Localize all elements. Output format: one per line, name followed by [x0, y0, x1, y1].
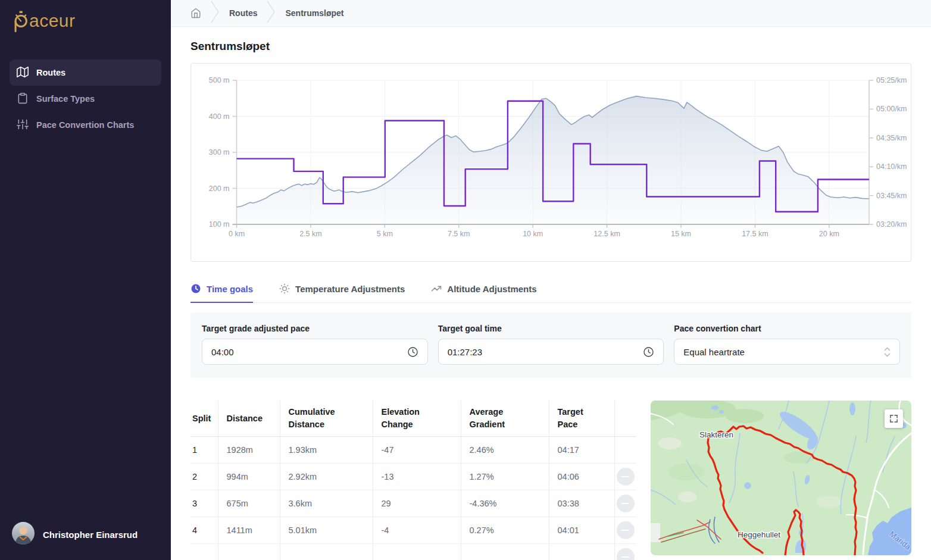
cell-gradient: 2.46%	[461, 437, 549, 464]
breadcrumb: Routes Sentrumsløpet	[171, 0, 931, 27]
cell-distance: 994m	[218, 464, 280, 490]
user-menu[interactable]: Christopher Einarsrud	[0, 511, 171, 560]
minus-icon	[621, 556, 629, 558]
minus-icon	[621, 530, 629, 531]
breadcrumb-separator-icon	[267, 0, 276, 27]
field-label: Pace convertion chart	[674, 324, 900, 333]
cell-distance: 1411m	[218, 517, 280, 544]
input-value: 04:00	[211, 347, 234, 357]
table-row: 4 1411m 5.01km -4 0.27% 04:01	[190, 517, 636, 544]
cell-gradient: -4.36%	[461, 490, 549, 517]
sidebar-item-label: Pace Convertion Charts	[36, 120, 134, 130]
svg-text:20 km: 20 km	[819, 230, 839, 238]
target-pace-input[interactable]: 04:00	[202, 339, 428, 365]
cell-pace: 03:38	[549, 490, 614, 517]
home-icon[interactable]	[190, 8, 201, 18]
select-value: Equal heartrate	[683, 347, 745, 357]
sidebar-item-pace-convertion-charts[interactable]: Pace Convertion Charts	[10, 112, 161, 138]
col-split: Split	[190, 401, 218, 437]
elevation-pace-chart: 0 km2.5 km5 km7.5 km10 km12.5 km15 km17.…	[190, 63, 911, 262]
cell-gradient: 1.27%	[461, 464, 549, 490]
cell-cumulative: 3.6km	[280, 490, 373, 517]
svg-text:17.5 km: 17.5 km	[742, 230, 768, 238]
fullscreen-icon	[889, 414, 898, 423]
clock-icon	[190, 283, 201, 294]
select-chevrons-icon	[884, 346, 891, 358]
splits-table: Split Distance Cumulative Distance Eleva…	[190, 401, 636, 560]
svg-text:500 m: 500 m	[209, 76, 230, 85]
field-target-grade-adjusted-pace: Target grade adjusted pace 04:00	[202, 324, 428, 365]
svg-text:10 km: 10 km	[523, 230, 543, 238]
sidebar-item-label: Routes	[36, 68, 65, 77]
cell-cumulative: 5.01km	[280, 517, 373, 544]
sidebar-item-surface-types[interactable]: Surface Types	[10, 86, 161, 112]
col-distance: Distance	[218, 401, 280, 437]
trending-up-icon	[431, 283, 442, 294]
stopwatch-logo-icon	[13, 11, 29, 35]
svg-text:05:25/km: 05:25/km	[876, 76, 907, 85]
sun-icon	[279, 283, 290, 294]
clock-icon[interactable]	[643, 346, 654, 358]
tab-label: Altitude Adjustments	[447, 284, 536, 294]
table-row: 3 675m 3.6km 29 -4.36% 03:38	[190, 490, 636, 517]
remove-split-button[interactable]	[617, 521, 635, 539]
svg-text:7.5 km: 7.5 km	[448, 230, 470, 238]
remove-split-button[interactable]	[617, 468, 635, 486]
col-target-pace: Target Pace	[549, 401, 614, 437]
sliders-icon	[17, 118, 29, 132]
field-label: Target grade adjusted pace	[202, 324, 428, 333]
sidebar-nav: Routes Surface Types Pace Convertion C	[0, 60, 171, 138]
app-name: aceur	[29, 11, 76, 31]
sidebar: aceur Routes Surface Types	[0, 0, 171, 560]
tab-label: Time goals	[207, 284, 253, 294]
cell-gradient: 0.27%	[461, 517, 549, 544]
svg-text:05:00/km: 05:00/km	[876, 105, 907, 113]
tab-altitude-adjustments[interactable]: Altitude Adjustments	[431, 283, 536, 303]
svg-text:03:45/km: 03:45/km	[876, 192, 907, 200]
tab-temperature-adjustments[interactable]: Temperature Adjustments	[279, 283, 405, 303]
col-cumulative-distance: Cumulative Distance	[280, 401, 373, 437]
goal-time-input[interactable]: 01:27:23	[438, 339, 664, 365]
cell-elevation: 29	[373, 490, 461, 517]
pace-chart-select[interactable]: Equal heartrate	[674, 339, 900, 365]
breadcrumb-separator-icon	[211, 0, 220, 27]
user-name: Christopher Einarsrud	[43, 530, 138, 540]
input-value: 01:27:23	[448, 347, 482, 357]
remove-split-button[interactable]	[617, 495, 635, 512]
avatar	[12, 522, 35, 547]
tab-time-goals[interactable]: Time goals	[190, 283, 253, 303]
svg-text:15 km: 15 km	[671, 230, 691, 238]
cell-pace: 04:17	[549, 437, 614, 464]
cell-pace: 04:06	[549, 464, 614, 490]
map-fullscreen-button[interactable]	[885, 409, 903, 428]
clock-icon[interactable]	[407, 346, 418, 358]
svg-text:5 km: 5 km	[377, 230, 393, 238]
minus-icon	[621, 503, 629, 505]
breadcrumb-item-current: Sentrumsløpet	[285, 8, 343, 18]
breadcrumb-item-routes[interactable]: Routes	[229, 8, 257, 18]
cell-elevation: -13	[373, 464, 461, 490]
field-label: Target goal time	[438, 324, 664, 333]
app-logo: aceur	[0, 0, 171, 38]
cell-distance: 1928m	[218, 437, 280, 464]
sidebar-item-routes[interactable]: Routes	[10, 60, 161, 86]
cell-distance: 675m	[218, 490, 280, 517]
remove-split-button[interactable]	[617, 548, 635, 560]
col-average-gradient: Average Gradient	[461, 401, 549, 437]
cell-split: 4	[190, 517, 218, 544]
col-elevation-change: Elevation Change	[373, 401, 461, 437]
cell-pace: 04:01	[549, 517, 614, 544]
route-map[interactable]: Slakteren Heggehullet Marida	[651, 401, 911, 555]
svg-text:200 m: 200 m	[209, 184, 230, 193]
table-row: 2 994m 2.92km -13 1.27% 04:06	[190, 464, 636, 490]
cell-elevation: -47	[373, 437, 461, 464]
table-row-partial	[190, 544, 636, 560]
sidebar-item-label: Surface Types	[36, 94, 95, 104]
cell-elevation: -4	[373, 517, 461, 544]
map-place-label: Slakteren	[699, 430, 733, 439]
col-actions	[614, 401, 636, 437]
field-target-goal-time: Target goal time 01:27:23	[438, 324, 664, 365]
map-icon	[17, 66, 29, 80]
svg-text:12.5 km: 12.5 km	[593, 230, 620, 238]
svg-text:2.5 km: 2.5 km	[299, 230, 322, 238]
